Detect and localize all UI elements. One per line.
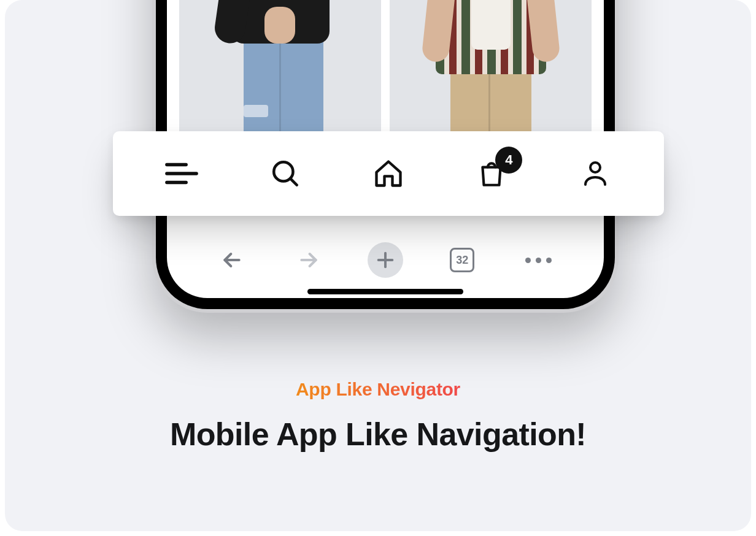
cart-badge: 4	[495, 147, 522, 174]
arrow-left-icon	[220, 248, 244, 272]
account-button[interactable]	[576, 154, 615, 193]
tab-count-box: 32	[450, 248, 474, 272]
app-nav-bar: 4	[113, 131, 664, 216]
menu-icon	[164, 156, 199, 191]
forward-button[interactable]	[291, 243, 326, 277]
headline-section: App Like Nevigator Mobile App Like Navig…	[5, 379, 751, 453]
search-button[interactable]	[266, 154, 305, 193]
new-tab-button[interactable]	[368, 242, 403, 278]
browser-menu-button[interactable]	[522, 243, 556, 277]
search-icon	[270, 158, 301, 189]
back-button[interactable]	[215, 243, 249, 277]
cart-button[interactable]: 4	[472, 154, 511, 193]
svg-point-9	[590, 163, 600, 172]
home-button[interactable]	[369, 154, 408, 193]
cart-badge-count: 4	[505, 152, 512, 168]
browser-toolbar: 32	[167, 235, 604, 285]
tabs-button[interactable]: 32	[445, 243, 479, 277]
arrow-right-icon	[296, 248, 321, 272]
more-icon	[525, 258, 552, 263]
svg-line-8	[290, 178, 296, 185]
headline-text: Mobile App Like Navigation!	[5, 416, 751, 453]
menu-button[interactable]	[162, 154, 201, 193]
plus-icon	[375, 250, 396, 270]
tab-count: 32	[456, 254, 468, 267]
user-icon	[580, 159, 610, 188]
promo-card: Style Quotient Men Black top sleeveless.…	[5, 0, 751, 531]
home-icon	[372, 158, 404, 190]
home-indicator	[307, 289, 463, 294]
overline-text: App Like Nevigator	[296, 379, 460, 400]
